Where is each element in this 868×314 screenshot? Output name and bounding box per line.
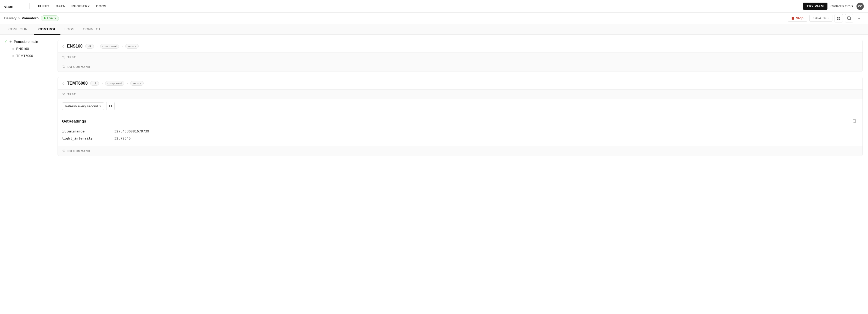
save-shortcut: ⌘S	[823, 16, 829, 20]
svg-rect-4	[839, 19, 840, 20]
nav-registry[interactable]: REGISTRY	[71, 4, 90, 8]
nav-data[interactable]: DATA	[56, 4, 65, 8]
check-icon: ✓	[4, 39, 7, 44]
stop-icon	[792, 17, 794, 20]
svg-rect-1	[837, 17, 838, 18]
ens160-card: ◇ ENS160 rdk › component › sensor ⇅ TEST…	[58, 40, 863, 72]
tab-connect[interactable]: CONNECT	[79, 24, 105, 35]
expand-icon: ⇅	[62, 55, 65, 59]
content-area: ◇ ENS160 rdk › component › sensor ⇅ TEST…	[52, 35, 868, 312]
avatar: CC	[857, 3, 864, 10]
svg-rect-6	[847, 17, 850, 19]
copy-icon	[852, 119, 857, 123]
stop-label: Stop	[796, 16, 803, 20]
svg-rect-10	[853, 119, 856, 122]
nav-fleet[interactable]: FLEET	[38, 4, 50, 8]
ens160-docommand-section[interactable]: ⇅ DO COMMAND	[58, 62, 863, 72]
save-label: Save	[813, 16, 821, 20]
svg-text:viam: viam	[4, 4, 13, 8]
temt6000-docommand-label: DO COMMAND	[67, 149, 90, 152]
tab-control[interactable]: CONTROL	[34, 24, 60, 35]
temt6000-tag-rdk: rdk	[90, 81, 99, 86]
temt6000-docommand-section[interactable]: ⇅ DO COMMAND	[58, 146, 863, 156]
org-selector[interactable]: Coders's Org ▾	[831, 4, 854, 8]
reading-key-illuminance: illuminance	[62, 129, 114, 133]
breadcrumb-parent[interactable]: Delivery	[4, 16, 17, 20]
svg-rect-8	[111, 105, 112, 107]
temt6000-test-section[interactable]: ✕ TEST	[58, 89, 863, 99]
temt6000-tag-sensor: sensor	[130, 81, 144, 86]
live-label: Live	[47, 16, 53, 20]
temt6000-name: TEMT6000	[67, 81, 88, 86]
reading-key-light-intensity: light_intensity	[62, 136, 114, 140]
stop-button[interactable]: Stop	[788, 14, 807, 22]
sidebar-temt6000-label: TEMT6000	[16, 54, 33, 58]
tab-bar: CONFIGURE CONTROL LOGS CONNECT	[0, 24, 868, 35]
diamond-icon: ◇	[12, 47, 14, 50]
expand-icon: ⇅	[62, 65, 65, 69]
breadcrumb-arrow: >	[18, 16, 20, 20]
sidebar: ✓ ◈ Pomodoro-main ◇ ENS160 ◇ TEMT6000	[0, 35, 52, 312]
readings-title: GetReadings	[62, 119, 86, 123]
ens160-tag-component: component	[100, 44, 119, 48]
robot-icon: ◈	[9, 40, 12, 43]
tag-arrow: ›	[96, 45, 98, 48]
sidebar-item-main[interactable]: ✓ ◈ Pomodoro-main	[0, 38, 52, 45]
top-nav: viam FLEET DATA REGISTRY DOCS TRY VIAM C…	[0, 0, 868, 12]
save-button[interactable]: Save ⌘S	[809, 14, 832, 22]
temt6000-header: ◇ TEMT6000 rdk › component › sensor	[58, 77, 863, 89]
sidebar-item-ens160[interactable]: ◇ ENS160	[0, 45, 52, 52]
sidebar-item-temt6000[interactable]: ◇ TEMT6000	[0, 52, 52, 59]
sidebar-main-label: Pomodoro-main	[14, 40, 38, 44]
view-toggle-button[interactable]	[835, 14, 843, 23]
svg-rect-7	[109, 105, 110, 107]
ens160-test-section[interactable]: ⇅ TEST	[58, 52, 863, 62]
reading-value-illuminance: 327.4330881679739	[114, 129, 149, 133]
refresh-bar: Refresh every second ▾	[58, 99, 863, 113]
copy-config-button[interactable]	[845, 14, 854, 23]
logo: viam	[4, 3, 19, 9]
sub-nav: Delivery > Pomodoro Live ▾ Stop Save ⌘S	[0, 12, 868, 24]
nav-divider	[29, 3, 30, 9]
svg-rect-3	[837, 19, 838, 20]
live-dot	[44, 17, 45, 19]
tag-arrow: ›	[101, 82, 102, 85]
more-button[interactable]: ···	[856, 14, 864, 23]
tag-arrow: ›	[122, 45, 123, 48]
nav-links: FLEET DATA REGISTRY DOCS	[38, 4, 106, 8]
ens160-tag-rdk: rdk	[85, 44, 94, 48]
breadcrumb: Delivery > Pomodoro	[4, 16, 39, 20]
diamond-icon: ◇	[62, 44, 64, 48]
org-name: Coders's Org	[831, 4, 850, 8]
temt6000-tag-component: component	[105, 81, 124, 86]
expand-icon: ✕	[62, 92, 65, 96]
svg-rect-2	[839, 17, 840, 18]
main-layout: ✓ ◈ Pomodoro-main ◇ ENS160 ◇ TEMT6000 ◇ …	[0, 35, 868, 312]
sidebar-ens160-label: ENS160	[16, 47, 29, 51]
tab-logs[interactable]: LOGS	[60, 24, 79, 35]
pause-button[interactable]	[106, 102, 115, 110]
live-chevron-icon: ▾	[54, 16, 56, 20]
reading-illuminance: illuminance 327.4330881679739	[62, 128, 858, 135]
breadcrumb-current: Pomodoro	[22, 16, 39, 20]
copy-readings-button[interactable]	[851, 117, 858, 125]
readings-section: GetReadings illuminance 327.433088167973…	[58, 113, 863, 146]
viam-logo-svg: viam	[4, 3, 19, 9]
nav-docs[interactable]: DOCS	[96, 4, 106, 8]
refresh-select[interactable]: Refresh every second ▾	[62, 102, 104, 110]
ens160-header: ◇ ENS160 rdk › component › sensor	[58, 40, 863, 52]
refresh-label: Refresh every second	[65, 104, 98, 108]
readings-header: GetReadings	[62, 117, 858, 125]
ens160-name: ENS160	[67, 44, 83, 48]
pause-icon	[108, 104, 112, 108]
tab-configure[interactable]: CONFIGURE	[4, 24, 34, 35]
ens160-tag-sensor: sensor	[125, 44, 138, 48]
live-badge[interactable]: Live ▾	[41, 15, 59, 21]
view-icon	[837, 16, 841, 21]
temt6000-card: ◇ TEMT6000 rdk › component › sensor ✕ TE…	[58, 77, 863, 156]
diamond-icon: ◇	[12, 54, 14, 57]
reading-light-intensity: light_intensity 32.72345	[62, 135, 858, 142]
copy-icon	[847, 16, 851, 21]
try-viam-button[interactable]: TRY VIAM	[803, 3, 828, 10]
tag-arrow: ›	[127, 82, 128, 85]
